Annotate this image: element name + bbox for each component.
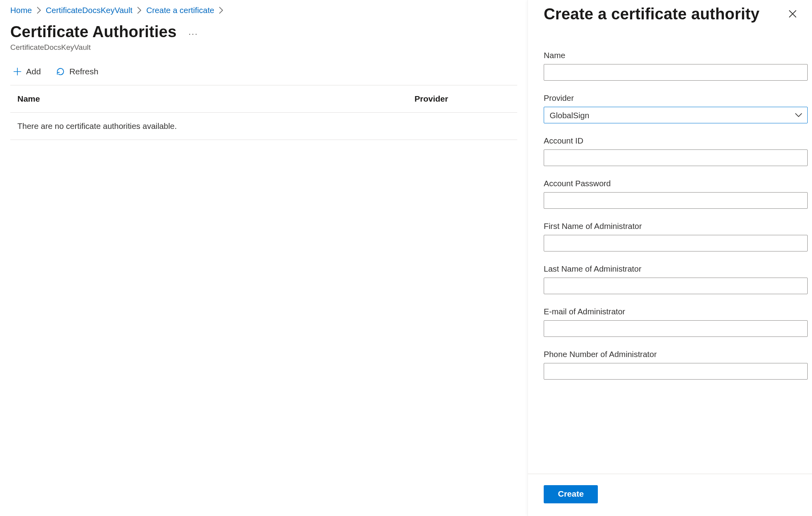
panel-body: Name Provider GlobalSign Account ID Acco… <box>528 23 812 474</box>
chevron-right-icon <box>137 7 141 14</box>
admin-first-input[interactable] <box>544 235 808 251</box>
field-account-password: Account Password <box>544 179 796 209</box>
provider-select[interactable]: GlobalSign <box>544 107 808 123</box>
table-empty-message: There are no certificate authorities ava… <box>10 113 517 140</box>
page-subtitle: CertificateDocsKeyVault <box>10 43 517 52</box>
admin-email-input[interactable] <box>544 320 808 337</box>
provider-select-wrap: GlobalSign <box>544 107 808 123</box>
admin-last-label: Last Name of Administrator <box>544 264 796 274</box>
close-button[interactable] <box>785 6 800 23</box>
table-header: Name Provider <box>10 85 517 113</box>
account-id-label: Account ID <box>544 136 796 146</box>
main-content: Home CertificateDocsKeyVault Create a ce… <box>0 0 528 516</box>
field-admin-phone: Phone Number of Administrator <box>544 350 796 380</box>
close-icon <box>788 9 797 19</box>
panel-title: Create a certificate authority <box>544 5 759 23</box>
field-account-id: Account ID <box>544 136 796 166</box>
account-id-input[interactable] <box>544 149 808 166</box>
admin-phone-input[interactable] <box>544 363 808 380</box>
column-header-provider[interactable]: Provider <box>414 94 510 104</box>
page-title-row: Certificate Authorities ··· <box>10 23 517 41</box>
chevron-right-icon <box>219 7 223 14</box>
create-button[interactable]: Create <box>544 485 598 503</box>
breadcrumb-keyvault[interactable]: CertificateDocsKeyVault <box>46 6 133 15</box>
breadcrumb-home[interactable]: Home <box>10 6 32 15</box>
column-header-name[interactable]: Name <box>17 94 414 104</box>
admin-first-label: First Name of Administrator <box>544 221 796 231</box>
add-button[interactable]: Add <box>10 65 43 78</box>
admin-phone-label: Phone Number of Administrator <box>544 350 796 359</box>
create-ca-panel: Create a certificate authority Name Prov… <box>528 0 812 516</box>
more-actions-button[interactable]: ··· <box>188 25 198 39</box>
panel-footer: Create <box>528 474 812 516</box>
refresh-icon <box>56 67 65 76</box>
admin-email-label: E-mail of Administrator <box>544 307 796 316</box>
account-password-label: Account Password <box>544 179 796 188</box>
field-provider: Provider GlobalSign <box>544 93 796 123</box>
panel-header: Create a certificate authority <box>528 0 812 23</box>
account-password-input[interactable] <box>544 192 808 209</box>
refresh-button[interactable]: Refresh <box>53 65 101 78</box>
breadcrumb: Home CertificateDocsKeyVault Create a ce… <box>10 4 517 15</box>
field-name: Name <box>544 51 796 81</box>
field-admin-email: E-mail of Administrator <box>544 307 796 337</box>
name-input[interactable] <box>544 64 808 81</box>
provider-label: Provider <box>544 93 796 103</box>
breadcrumb-create-cert[interactable]: Create a certificate <box>146 6 214 15</box>
field-admin-first: First Name of Administrator <box>544 221 796 251</box>
admin-last-input[interactable] <box>544 278 808 294</box>
plus-icon <box>13 67 22 76</box>
name-label: Name <box>544 51 796 60</box>
refresh-button-label: Refresh <box>69 67 98 76</box>
add-button-label: Add <box>26 67 41 76</box>
field-admin-last: Last Name of Administrator <box>544 264 796 294</box>
page-title: Certificate Authorities <box>10 23 177 41</box>
toolbar: Add Refresh <box>10 65 517 85</box>
chevron-right-icon <box>37 7 41 14</box>
